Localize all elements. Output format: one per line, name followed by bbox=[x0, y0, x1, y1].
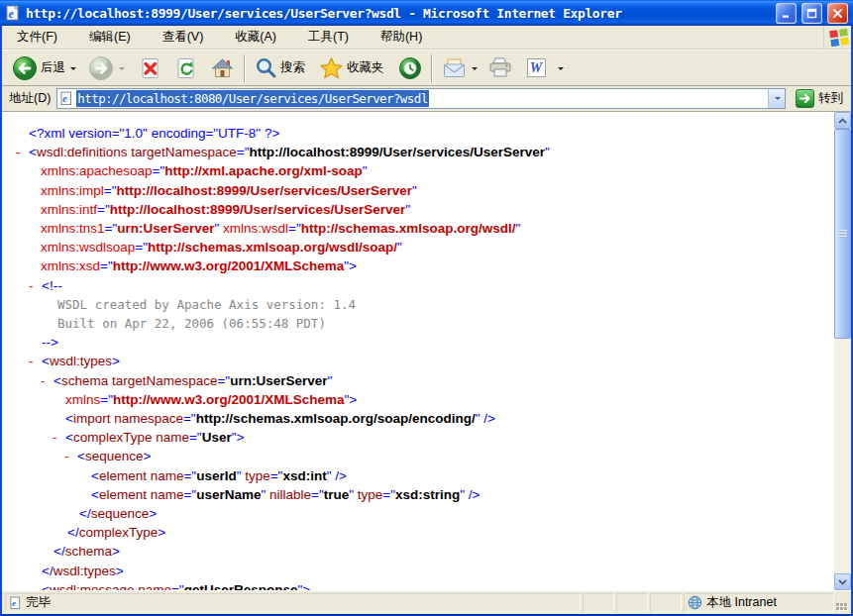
collapse-toggle[interactable]: - bbox=[29, 352, 34, 370]
vertical-scrollbar[interactable] bbox=[834, 112, 851, 590]
mail-dropdown-caret[interactable] bbox=[472, 67, 478, 73]
scroll-down-button[interactable] bbox=[834, 573, 851, 590]
intranet-globe-icon bbox=[688, 595, 702, 610]
xml-name: schema bbox=[65, 544, 112, 559]
toolbar-separator bbox=[431, 54, 433, 82]
search-label: 搜索 bbox=[280, 59, 305, 76]
xml-document: <?xml version="1.0" encoding="UTF-8" ?>-… bbox=[2, 112, 834, 590]
back-button[interactable]: 后退 bbox=[8, 53, 69, 83]
menu-help[interactable]: 帮助(H) bbox=[372, 26, 431, 49]
xml-markup: < bbox=[77, 449, 85, 463]
refresh-button[interactable] bbox=[170, 54, 202, 82]
mail-button[interactable] bbox=[438, 55, 471, 81]
xml-line: -<wsdl:definitions targetNamespace="http… bbox=[2, 143, 834, 161]
xml-line: <element name="userName" nillable="true"… bbox=[2, 485, 834, 504]
svg-text:e: e bbox=[8, 7, 14, 21]
xml-line: </complexType> bbox=[2, 523, 834, 542]
xml-line: </schema> bbox=[2, 542, 834, 561]
home-button[interactable] bbox=[206, 54, 239, 82]
window-frame: 文件(F) 编辑(E) 查看(V) 收藏(A) 工具(T) 帮助(H) bbox=[0, 26, 853, 616]
toolbar: 后退 bbox=[2, 50, 851, 86]
xml-name: type bbox=[245, 468, 270, 483]
go-arrow-icon bbox=[796, 89, 814, 108]
xml-attr-value: true bbox=[324, 487, 350, 502]
status-pane-main: e 完毕 bbox=[5, 593, 581, 612]
address-dropdown-button[interactable] bbox=[768, 89, 785, 108]
forward-button[interactable] bbox=[84, 53, 118, 83]
address-label: 地址(D) bbox=[9, 90, 51, 107]
collapse-toggle[interactable]: - bbox=[29, 276, 34, 295]
menu-favorites[interactable]: 收藏(A) bbox=[226, 26, 285, 49]
menu-edit[interactable]: 编辑(E) bbox=[80, 26, 140, 49]
xml-name: complexType name bbox=[73, 430, 189, 445]
xml-markup: < bbox=[42, 582, 50, 590]
menu-view[interactable]: 查看(V) bbox=[154, 26, 213, 49]
xml-markup: > bbox=[143, 449, 151, 463]
back-dropdown-caret[interactable] bbox=[70, 67, 76, 73]
xml-attr-value: http://schemas.xmlsoap.org/soap/encoding… bbox=[196, 411, 476, 426]
ie-page-icon: e bbox=[5, 5, 21, 21]
xml-line: xmlns="http://www.w3.org/2001/XMLSchema"… bbox=[2, 390, 834, 409]
minimize-button[interactable] bbox=[776, 3, 797, 24]
xml-markup: < bbox=[65, 430, 73, 445]
xml-markup: </ bbox=[53, 544, 65, 559]
title-bar[interactable]: e http://localhost:8999/User/services/Us… bbox=[0, 0, 853, 26]
xml-markup: =" bbox=[171, 582, 184, 590]
xml-markup: =" bbox=[189, 430, 202, 445]
xml-ns-attr: xmlns:apachesoap bbox=[41, 163, 153, 178]
scrollbar-thumb[interactable] bbox=[834, 129, 851, 339]
xml-markup: =" bbox=[104, 183, 117, 198]
xml-attr-value: userId bbox=[196, 468, 237, 483]
address-url-selected-text[interactable]: http://localhost:8080/User/services/User… bbox=[76, 90, 428, 107]
xml-markup: <!-- bbox=[42, 278, 62, 293]
xml-markup: </ bbox=[67, 525, 79, 540]
xml-attr-value: getUserResponse bbox=[184, 582, 298, 590]
browser-window: e http://localhost:8999/User/services/Us… bbox=[0, 0, 853, 616]
close-button[interactable] bbox=[827, 3, 848, 24]
history-button[interactable] bbox=[394, 54, 426, 82]
status-pane bbox=[616, 593, 648, 612]
scroll-up-button[interactable] bbox=[834, 112, 851, 129]
address-input[interactable]: e http://localhost:8080/User/services/Us… bbox=[56, 88, 786, 109]
print-button[interactable] bbox=[483, 54, 517, 82]
xml-name: element name bbox=[99, 468, 184, 483]
xml-markup: =" bbox=[237, 145, 250, 159]
xml-line: </wsdl:types> bbox=[2, 562, 834, 580]
menu-file[interactable]: 文件(F) bbox=[8, 26, 66, 49]
xml-markup: " /> bbox=[476, 411, 495, 426]
collapse-toggle[interactable]: - bbox=[53, 428, 57, 447]
status-page-icon: e bbox=[9, 596, 22, 610]
status-pane bbox=[583, 593, 614, 612]
xml-name: nillable bbox=[269, 487, 311, 502]
word-dropdown-caret[interactable] bbox=[558, 67, 564, 73]
svg-text:e: e bbox=[12, 598, 16, 608]
xml-name: complexType bbox=[79, 525, 159, 540]
xml-markup: " bbox=[516, 221, 521, 236]
xml-ns-attr: xmlns bbox=[65, 392, 100, 407]
collapse-toggle[interactable]: - bbox=[41, 371, 46, 390]
xml-markup: " bbox=[545, 145, 550, 159]
xml-name: import namespace bbox=[73, 411, 183, 426]
xml-markup: < bbox=[91, 468, 99, 483]
stop-button[interactable] bbox=[135, 54, 166, 82]
back-icon bbox=[12, 55, 38, 81]
xml-markup: < bbox=[42, 354, 50, 368]
search-button[interactable]: 搜索 bbox=[251, 54, 309, 81]
go-button[interactable]: 转到 bbox=[792, 88, 847, 109]
address-page-icon: e bbox=[59, 91, 73, 106]
favorites-button[interactable]: 收藏夹 bbox=[315, 54, 388, 82]
xml-markup: =" bbox=[311, 487, 324, 502]
maximize-button[interactable] bbox=[801, 3, 822, 24]
windows-logo-icon bbox=[823, 27, 849, 49]
xml-markup: "> bbox=[232, 430, 245, 445]
xml-line: Built on Apr 22, 2006 (06:55:48 PDT) bbox=[2, 314, 834, 333]
collapse-toggle[interactable]: - bbox=[29, 580, 34, 590]
edit-with-word-button[interactable]: W bbox=[523, 56, 550, 79]
collapse-toggle[interactable]: - bbox=[16, 143, 21, 161]
resize-grip[interactable] bbox=[834, 593, 848, 612]
svg-text:e: e bbox=[63, 93, 68, 104]
menu-tools[interactable]: 工具(T) bbox=[299, 26, 358, 49]
xml-markup: =" bbox=[97, 202, 110, 217]
mail-icon bbox=[442, 57, 467, 79]
collapse-toggle[interactable]: - bbox=[64, 447, 69, 465]
